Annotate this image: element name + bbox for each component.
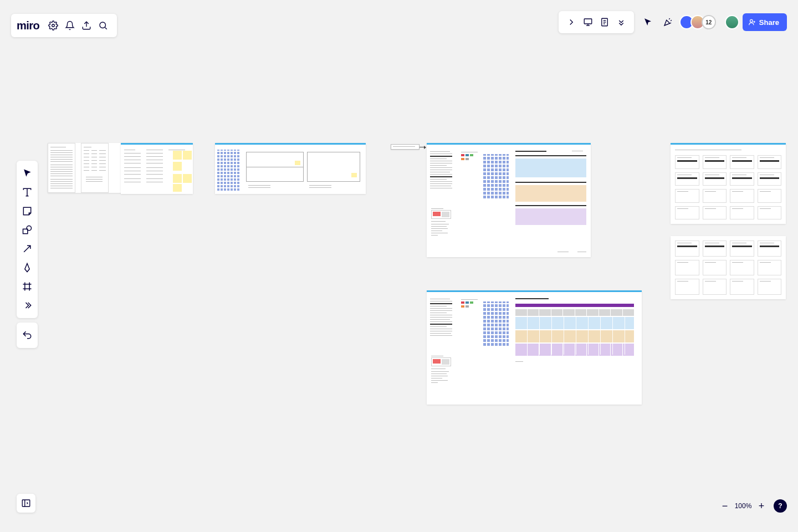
- svg-point-14: [750, 19, 753, 22]
- present-button[interactable]: [580, 14, 596, 30]
- presentation-icon: [583, 17, 593, 27]
- notifications-button[interactable]: [62, 17, 78, 34]
- frame-roadmap-detail[interactable]: [427, 143, 591, 257]
- svg-line-3: [105, 27, 107, 29]
- undo-icon: [22, 330, 33, 341]
- svg-point-0: [52, 24, 55, 27]
- search-icon: [98, 21, 108, 30]
- miro-logo[interactable]: miro: [17, 19, 39, 32]
- presentation-group: [559, 11, 634, 33]
- shape-tool[interactable]: [17, 221, 38, 239]
- shapes-icon: [22, 224, 33, 236]
- frame-cards-bottom[interactable]: [671, 236, 786, 299]
- gear-icon: [48, 21, 58, 30]
- pen-tool[interactable]: [17, 258, 38, 277]
- upload-icon: [81, 21, 91, 30]
- collaboration-group: 12 Share: [640, 13, 787, 31]
- left-toolbar: [17, 161, 38, 348]
- frame-icon: [22, 281, 33, 292]
- bottom-right-controls: − 100% + ?: [718, 499, 787, 513]
- arrow-icon: [22, 243, 33, 254]
- chevrons-right-icon: [22, 300, 33, 311]
- notes-icon: [600, 17, 610, 27]
- top-left-toolbar: miro: [11, 14, 117, 37]
- sticky-tool[interactable]: [17, 202, 38, 221]
- sticky-icon: [22, 206, 33, 217]
- share-button[interactable]: Share: [743, 13, 787, 31]
- chevron-right-icon: [566, 17, 576, 27]
- confetti-icon: [663, 17, 673, 27]
- user-plus-icon: [748, 18, 756, 26]
- cursor-icon: [643, 17, 653, 27]
- zoom-level[interactable]: 100%: [734, 502, 753, 510]
- zoom-out-button[interactable]: −: [718, 499, 732, 513]
- avatar-overflow-count[interactable]: 12: [702, 15, 716, 29]
- frame-tool[interactable]: [17, 277, 38, 296]
- undo-group: [17, 323, 38, 348]
- zoom-controls: − 100% +: [718, 499, 768, 513]
- svg-line-11: [669, 18, 670, 19]
- panel-icon: [21, 498, 31, 508]
- svg-rect-4: [584, 19, 592, 24]
- bell-icon: [65, 21, 75, 30]
- frame-brief-table[interactable]: [121, 143, 193, 194]
- pointer-icon: [22, 168, 33, 179]
- svg-line-21: [24, 245, 30, 252]
- frame-cards-top[interactable]: [671, 143, 786, 224]
- reactions-button[interactable]: [659, 14, 676, 30]
- svg-point-2: [100, 22, 106, 28]
- text-tool[interactable]: [17, 183, 38, 202]
- settings-button[interactable]: [45, 17, 62, 34]
- pen-icon: [22, 262, 33, 273]
- expand-button[interactable]: [563, 14, 580, 30]
- more-tools[interactable]: [17, 296, 38, 315]
- frame-wireframe[interactable]: /*placeholder*/: [215, 143, 366, 194]
- svg-line-12: [671, 20, 672, 21]
- undo-button[interactable]: [17, 326, 38, 345]
- svg-rect-26: [22, 500, 30, 507]
- cursor-tracking-button[interactable]: [640, 14, 656, 30]
- notes-button[interactable]: [596, 14, 613, 30]
- panel-toggle[interactable]: [17, 494, 35, 513]
- collaborator-avatars[interactable]: 12: [679, 15, 716, 29]
- help-button[interactable]: ?: [774, 499, 787, 513]
- avatar-current-user[interactable]: [725, 15, 739, 29]
- canvas[interactable]: /*placeholder*/: [0, 0, 798, 532]
- more-button[interactable]: [613, 14, 630, 30]
- top-right-toolbar: 12 Share: [559, 11, 787, 33]
- tools-group: [17, 161, 38, 318]
- share-label: Share: [759, 18, 779, 27]
- floating-label[interactable]: [391, 144, 420, 150]
- svg-point-20: [27, 226, 31, 231]
- text-icon: [22, 187, 33, 198]
- export-button[interactable]: [78, 17, 95, 34]
- search-button[interactable]: [95, 17, 111, 34]
- connector-tool[interactable]: [17, 239, 38, 258]
- chevrons-down-icon: [616, 17, 626, 27]
- zoom-in-button[interactable]: +: [755, 499, 768, 513]
- select-tool[interactable]: [17, 164, 38, 183]
- frame-roadmap-quarter[interactable]: [427, 290, 642, 405]
